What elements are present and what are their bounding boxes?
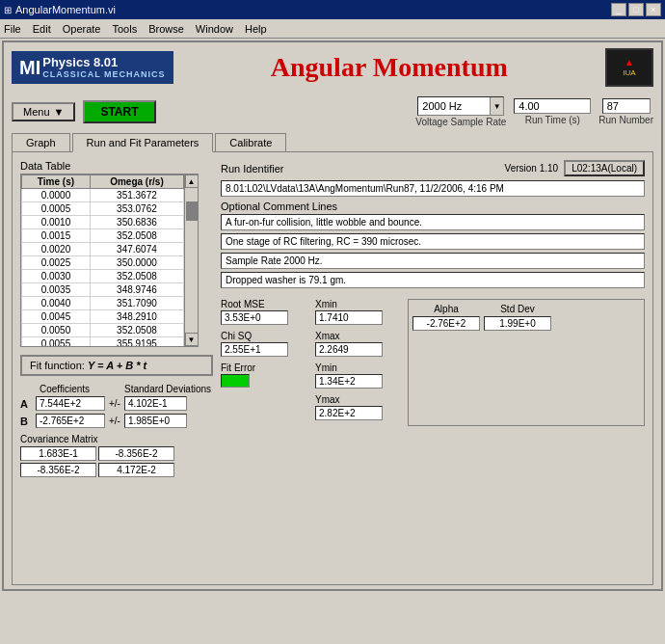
pm-a: +/- — [109, 398, 120, 409]
comment-1[interactable] — [221, 214, 645, 230]
table-row: 0.0000351.3672 — [22, 189, 184, 202]
run-time-input[interactable]: 4.00 — [514, 98, 591, 114]
comment-4[interactable] — [221, 272, 645, 288]
table-cell: 350.0000 — [90, 256, 183, 270]
voltage-rate-input[interactable]: 2000 Hz ▼ — [417, 96, 504, 116]
table-cell: 347.6074 — [90, 243, 183, 256]
scrollbar-thumb[interactable] — [186, 201, 198, 221]
fit-equation: Y = A + B * t — [88, 360, 146, 371]
coeff-b-std[interactable] — [124, 414, 187, 428]
voltage-rate-value: 2000 Hz — [418, 100, 490, 112]
table-cell: 352.0508 — [90, 324, 183, 337]
table-cell: 0.0025 — [22, 256, 91, 270]
alpha-row — [412, 316, 640, 331]
table-cell: 348.9746 — [90, 283, 183, 297]
coeff-headers: Coefficients Standard Deviations — [20, 384, 213, 394]
iua-logo: ▲ IUA — [605, 48, 653, 87]
run-id-input[interactable] — [221, 180, 645, 197]
table-cell: 353.0762 — [90, 202, 183, 216]
cov-11: 4.172E-2 — [98, 463, 174, 477]
menu-file[interactable]: File — [4, 23, 21, 35]
close-button[interactable]: × — [646, 3, 661, 16]
maximize-button[interactable]: □ — [628, 3, 644, 16]
voltage-rate-field: 2000 Hz ▼ Voltage Sample Rate — [415, 96, 506, 127]
table-row: 0.0025350.0000 — [22, 256, 184, 270]
table-row: 0.0030352.0508 — [22, 270, 184, 283]
tab-calibrate[interactable]: Calibrate — [215, 133, 286, 151]
table-row: 0.0040351.7090 — [22, 297, 184, 310]
alpha-value-input[interactable] — [412, 316, 480, 331]
root-mse-input[interactable] — [221, 310, 288, 325]
xmax-input[interactable] — [315, 342, 383, 357]
fit-function-box: Fit function: Y = A + B * t — [20, 355, 213, 376]
coeff-a-std[interactable] — [124, 396, 187, 411]
coeff-b-input[interactable] — [36, 414, 105, 428]
comment-2[interactable] — [221, 233, 645, 250]
minimize-button[interactable]: _ — [611, 3, 626, 16]
ymax-block: Ymax — [315, 394, 392, 420]
scrollbar-vertical[interactable]: ▲ ▼ — [184, 174, 198, 346]
title-bar-controls: _ □ × — [611, 3, 661, 16]
mid-stats: Root MSE Chi SQ Fit Error — [221, 299, 307, 426]
table-row: 0.0010350.6836 — [22, 216, 184, 229]
table-row: 0.0055355.9195 — [22, 337, 184, 347]
table-row: 0.0050352.0508 — [22, 324, 184, 337]
tab-run-fit-label: Run and Fit Parameters — [87, 137, 200, 148]
table-cell: 0.0030 — [22, 270, 91, 283]
scroll-up[interactable]: ▲ — [185, 174, 199, 188]
start-button[interactable]: START — [83, 100, 155, 123]
tab-graph[interactable]: Graph — [12, 133, 70, 151]
col-header-time: Time (s) — [22, 175, 91, 189]
covariance-section: Covariance Matrix 1.683E-1 -8.356E-2 -8.… — [20, 434, 213, 477]
menu-button[interactable]: Menu ▼ — [12, 102, 75, 121]
coeff-a-input[interactable] — [36, 396, 105, 411]
coeff-b-label: B — [20, 416, 32, 427]
fit-function-label: Fit function: — [30, 360, 85, 371]
xmin-input[interactable] — [315, 310, 383, 325]
chi-sq-label: Chi SQ — [221, 331, 307, 341]
data-table-container: Time (s) Omega (r/s) 0.0000351.36720.000… — [20, 174, 199, 347]
title-bar-title: AngularMomentum.vi — [15, 4, 116, 15]
root-mse-label: Root MSE — [221, 299, 307, 309]
coeff-row-a: A +/- — [20, 396, 213, 411]
stats-row: Root MSE Chi SQ Fit Error — [221, 299, 645, 426]
app-title: Angular Momentum — [185, 52, 594, 83]
title-bar: ⊞ AngularMomentum.vi _ □ × — [0, 0, 665, 19]
menu-window[interactable]: Window — [196, 23, 233, 35]
location-button[interactable]: L02:13A(Local) — [564, 160, 645, 176]
ymin-input[interactable] — [315, 374, 383, 389]
run-number-label: Run Number — [598, 115, 653, 125]
range-stats: Xmin Xmax Ymin Ymax — [315, 299, 392, 426]
run-number-input[interactable]: 87 — [602, 98, 651, 114]
scroll-down[interactable]: ▼ — [185, 333, 199, 346]
voltage-rate-dropdown[interactable]: ▼ — [490, 97, 503, 115]
voltage-rate-label: Voltage Sample Rate — [415, 117, 506, 127]
ymax-input[interactable] — [315, 406, 383, 420]
menu-help[interactable]: Help — [245, 23, 267, 35]
menu-button-label: Menu — [23, 106, 50, 118]
coeff-row-b: B +/- — [20, 414, 213, 428]
logo-physics: Physics 8.01 — [42, 55, 165, 70]
comment-3[interactable] — [221, 253, 645, 269]
title-bar-left: ⊞ AngularMomentum.vi — [4, 4, 116, 15]
tab-run-fit[interactable]: Run and Fit Parameters — [72, 133, 214, 152]
std-header-label: Standard Deviations — [124, 384, 211, 394]
std-col-header: Std Dev — [484, 304, 551, 314]
table-cell: 0.0010 — [22, 216, 91, 229]
run-id-row: Run Identifier Version 1.10 L02:13A(Loca… — [221, 160, 645, 176]
logo-mi: MI — [19, 56, 40, 79]
table-cell: 355.9195 — [90, 337, 183, 347]
menu-browse[interactable]: Browse — [148, 23, 184, 35]
version-text: Version 1.10 — [505, 163, 559, 174]
data-table[interactable]: Time (s) Omega (r/s) 0.0000351.36720.000… — [21, 174, 184, 346]
menu-operate[interactable]: Operate — [63, 23, 101, 35]
std-value-input[interactable] — [484, 316, 551, 331]
table-cell: 0.0000 — [22, 189, 91, 202]
menu-edit[interactable]: Edit — [33, 23, 51, 35]
chi-sq-block: Chi SQ — [221, 331, 307, 357]
run-number-field: 87 Run Number — [598, 98, 653, 125]
menu-tools[interactable]: Tools — [112, 23, 137, 35]
chi-sq-input[interactable] — [221, 342, 288, 357]
table-row: 0.0045348.2910 — [22, 310, 184, 324]
coefficients-section: Coefficients Standard Deviations A +/- B… — [20, 384, 213, 428]
